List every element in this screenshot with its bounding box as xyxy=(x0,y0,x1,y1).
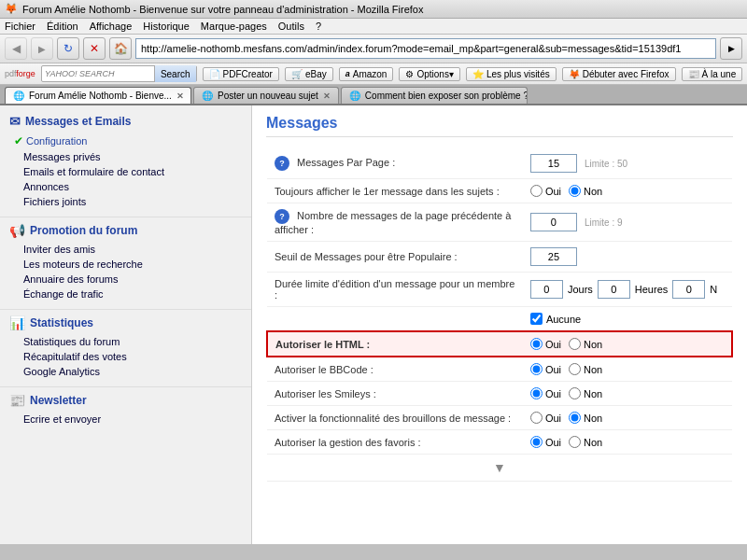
menu-marque-pages[interactable]: Marque-pages xyxy=(201,21,267,32)
radio-bbcode-non-input[interactable] xyxy=(569,363,581,375)
radio-html-non-input[interactable] xyxy=(569,338,581,350)
reload-button[interactable]: ↻ xyxy=(57,37,79,60)
row-show-first-message: Toujours afficher le 1er message dans le… xyxy=(267,179,732,203)
browser-icon: 🦊 xyxy=(5,3,18,15)
sidebar-item-ecrire[interactable]: Ecrire et envoyer xyxy=(0,412,251,427)
sidebar: ✉ Messages et Emails ✔ Configuration Mes… xyxy=(0,105,252,544)
radio-html-non[interactable]: Non xyxy=(569,338,602,350)
bookmark-visites[interactable]: ⭐ Les plus visités xyxy=(466,67,557,81)
checkbox-aucune-label[interactable]: Aucune xyxy=(530,313,725,325)
bookmark-amazon[interactable]: a Amazon xyxy=(339,67,394,81)
tab-1-label: Poster un nouveau sujet xyxy=(218,91,318,101)
tab-1[interactable]: 🌐 Poster un nouveau sujet ✕ xyxy=(193,87,339,104)
radio-drafts-non-input[interactable] xyxy=(569,412,581,424)
sidebar-item-fichiers[interactable]: Fichiers joints xyxy=(0,194,251,209)
sidebar-item-messages-prives[interactable]: Messages privés xyxy=(0,149,251,164)
bookmark-ebay[interactable]: 🛒 eBay xyxy=(285,67,333,81)
address-bar[interactable] xyxy=(135,38,716,59)
menu-outils[interactable]: Outils xyxy=(278,21,304,32)
sidebar-item-emails[interactable]: Emails et formulaire de contact xyxy=(0,164,251,179)
sidebar-item-configuration[interactable]: ✔ Configuration xyxy=(0,133,251,149)
radio-favorites-non-input[interactable] xyxy=(569,436,581,448)
radio-show-first: Oui Non xyxy=(530,185,725,197)
options-icon: ⚙ xyxy=(405,69,414,79)
help-icon-1[interactable]: ? xyxy=(275,156,289,171)
browser-menubar: Fichier Édition Affichage Historique Mar… xyxy=(0,19,747,35)
forward-button[interactable]: ▶ xyxy=(31,37,53,60)
row-edit-duration: Durée limite d'édition d'un message pour… xyxy=(267,273,732,307)
stop-button[interactable]: ✕ xyxy=(83,37,106,60)
radio-show-first-non[interactable]: Non xyxy=(569,185,602,197)
radio-drafts-oui[interactable]: Oui xyxy=(530,412,561,424)
radio-favorites-non[interactable]: Non xyxy=(569,436,602,448)
radio-drafts-non[interactable]: Non xyxy=(569,412,602,424)
alune-icon: 📰 xyxy=(688,69,699,79)
bookmark-options[interactable]: ⚙ Options▾ xyxy=(399,67,459,81)
radio-show-first-oui-input[interactable] xyxy=(530,185,543,197)
sidebar-item-inviter[interactable]: Inviter des amis xyxy=(0,242,251,257)
tab-0-close[interactable]: ✕ xyxy=(176,91,184,101)
ebay-icon: 🛒 xyxy=(291,69,303,79)
go-button[interactable]: ▶ xyxy=(720,37,742,60)
radio-drafts-oui-input[interactable] xyxy=(530,412,543,424)
radio-smileys-oui-input[interactable] xyxy=(530,387,543,399)
scroll-down-icon: ▼ xyxy=(493,460,506,475)
sidebar-item-votes[interactable]: Récapitulatif des votes xyxy=(0,349,251,364)
back-button[interactable]: ◀ xyxy=(5,37,27,60)
radio-smileys-non-input[interactable] xyxy=(569,387,581,399)
tab-2-label: Comment bien exposer son problème ? xyxy=(365,91,528,101)
sidebar-item-moteurs[interactable]: Les moteurs de recherche xyxy=(0,257,251,272)
home-button[interactable]: 🏠 xyxy=(109,37,132,60)
limit-messages-per-page: Limite : 50 xyxy=(585,159,627,169)
search-button[interactable]: Search xyxy=(154,65,196,82)
sidebar-section-newsletter-title: 📰 Newsletter xyxy=(0,389,251,412)
label-popularity: Seuil de Messages pour être Populaire : xyxy=(267,242,523,273)
tab-0[interactable]: 🌐 Forum Amélie Nothomb - Bienve... ✕ xyxy=(5,87,191,104)
tab-0-label: Forum Amélie Nothomb - Bienve... xyxy=(29,91,172,101)
radio-favorites-oui-input[interactable] xyxy=(530,436,543,448)
sidebar-item-analytics[interactable]: Google Analytics xyxy=(0,364,251,379)
input-days[interactable] xyxy=(530,280,563,299)
label-edit-duration: Durée limite d'édition d'un message pour… xyxy=(267,273,523,307)
radio-show-first-oui[interactable]: Oui xyxy=(530,185,561,197)
input-popularity[interactable] xyxy=(530,247,577,266)
tab-1-icon: 🌐 xyxy=(202,91,213,101)
radio-bbcode-non[interactable]: Non xyxy=(569,363,602,375)
tab-0-icon: 🌐 xyxy=(13,91,24,101)
radio-favorites-oui[interactable]: Oui xyxy=(530,436,561,448)
menu-edition[interactable]: Édition xyxy=(47,21,78,32)
menu-fichier[interactable]: Fichier xyxy=(5,21,35,32)
sidebar-item-echange[interactable]: Échange de trafic xyxy=(0,287,251,301)
sidebar-item-annuaire[interactable]: Annuaire des forums xyxy=(0,272,251,287)
menu-historique[interactable]: Historique xyxy=(143,21,190,32)
sidebar-section-statistiques-title: 📊 Statistiques xyxy=(0,312,251,334)
checkbox-aucune[interactable] xyxy=(530,313,543,325)
radio-smileys-oui[interactable]: Oui xyxy=(530,387,561,399)
yahoo-search-input[interactable] xyxy=(42,69,154,78)
radio-html-oui-input[interactable] xyxy=(530,338,543,350)
sidebar-item-annonces[interactable]: Annonces xyxy=(0,179,251,194)
help-icon-2[interactable]: ? xyxy=(275,209,289,224)
radio-smileys-non[interactable]: Non xyxy=(569,387,602,399)
row-prev-page-messages: ? Nombre de messages de la page précéden… xyxy=(267,203,732,242)
input-messages-per-page[interactable] xyxy=(530,154,577,173)
bookmark-alune[interactable]: 📰 À la une xyxy=(682,67,743,81)
bookmark-pdfcreator[interactable]: 📄 PDFCreator xyxy=(203,67,279,81)
label-messages-per-page: ? Messages Par Page : xyxy=(267,148,523,179)
menu-help[interactable]: ? xyxy=(316,21,321,32)
input-extra[interactable] xyxy=(672,280,705,299)
radio-html-oui[interactable]: Oui xyxy=(530,338,561,350)
radio-bbcode-oui[interactable]: Oui xyxy=(530,363,561,375)
radio-show-first-non-input[interactable] xyxy=(569,185,581,197)
tab-2[interactable]: 🌐 Comment bien exposer son problème ? ✕ xyxy=(341,87,528,104)
menu-affichage[interactable]: Affichage xyxy=(90,21,133,32)
input-prev-page[interactable] xyxy=(530,213,577,231)
tabs-bar: 🌐 Forum Amélie Nothomb - Bienve... ✕ 🌐 P… xyxy=(0,85,747,105)
firefox-icon: 🦊 xyxy=(569,69,580,79)
radio-bbcode-oui-input[interactable] xyxy=(530,363,543,375)
tab-1-close[interactable]: ✕ xyxy=(323,91,331,101)
sidebar-item-stats-forum[interactable]: Statistiques du forum xyxy=(0,334,251,349)
input-hours[interactable] xyxy=(598,280,630,299)
radio-allow-bbcode: Oui Non xyxy=(530,363,725,375)
bookmark-firefox[interactable]: 🦊 Débuter avec Firefox xyxy=(562,67,676,81)
